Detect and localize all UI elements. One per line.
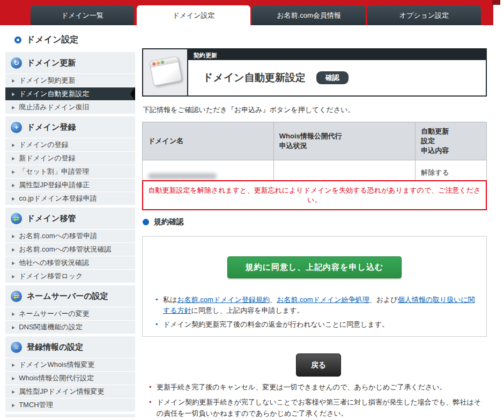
- window-titlebar: [150, 56, 178, 68]
- sidebar-next-section-stub: [5, 414, 135, 417]
- sidebar-item-tmch[interactable]: ▶ TMCH管理: [5, 398, 135, 411]
- triangle-bullet-icon: ▶: [12, 105, 15, 110]
- sidebar-item-label: 新ドメインの登録: [19, 153, 76, 163]
- tab-member-info[interactable]: お名前.com会員情報: [252, 5, 366, 25]
- sidebar-item-label: ドメイン移管ロック: [19, 271, 83, 281]
- sidebar-item-whois-change[interactable]: ▶ ドメインWhois情報変更: [5, 358, 135, 371]
- domain-name-redacted: [148, 173, 217, 179]
- column-whois-privacy-status: Whois情報公開代行 申込状況: [273, 122, 415, 160]
- sidebar-item-label: ネームサーバーの変更: [19, 309, 90, 319]
- agreement-text: 、および: [369, 296, 398, 304]
- cutoff-chrome-fragment: [492, 0, 500, 5]
- sidebar-item-contract-renewal[interactable]: ▶ ドメイン契約更新: [5, 73, 135, 87]
- dispute-policy-link[interactable]: お名前.comドメイン紛争処理: [277, 296, 369, 304]
- triangle-bullet-icon: ▶: [12, 325, 15, 330]
- agreement-text: 、: [270, 296, 277, 304]
- sidebar-item-label: co.jpドメイン本登録申請: [19, 194, 97, 203]
- sidebar-item-restore-abolished-domain[interactable]: ▶ 廃止済みドメイン復旧: [5, 100, 135, 114]
- content-header-right: 契約更新 ドメイン自動更新設定 確認: [188, 49, 486, 95]
- category-label: 契約更新: [188, 49, 486, 60]
- terms-heading-label: 規約確認: [154, 217, 184, 227]
- sidebar-item-label: お名前.comへの移管申請: [19, 231, 97, 241]
- sidebar-item-domain-registration[interactable]: ▶ ドメインの登録: [5, 138, 135, 151]
- sidebar-section-title: ドメイン登録: [27, 122, 76, 132]
- terms-box: 規約に同意し、上記内容を申し込む 私はお名前.comドメイン登録規約、お名前.c…: [142, 236, 487, 337]
- column-auto-renew-setting: 自動更新 設定 申込内容: [416, 122, 487, 160]
- sidebar-item-set-discount[interactable]: ▶ 「セット割」申請管理: [5, 165, 135, 178]
- sidebar-item-label: TMCH管理: [19, 400, 53, 410]
- note-liability: ドメイン契約更新手続きが完了しないことでお客様や第三者に対し損害が発生した場合で…: [149, 397, 485, 419]
- tab-domain-settings[interactable]: ドメイン設定: [137, 5, 250, 25]
- sidebar-section-title: ドメイン更新: [27, 58, 76, 68]
- sidebar-section-title: ネームサーバーの設定: [27, 291, 108, 301]
- ring-icon: [14, 36, 21, 43]
- sidebar-item-whois-privacy[interactable]: ▶ Whois情報公開代行設定: [5, 371, 135, 385]
- sidebar-item-label: ドメイン自動更新設定: [19, 89, 89, 99]
- triangle-bullet-icon: ▶: [12, 183, 15, 188]
- window-icon-cell: [143, 49, 188, 95]
- triangle-bullet-icon: ▶: [12, 196, 15, 201]
- agreement-text: に同意し、上記内容を申請します。: [191, 306, 304, 314]
- content-title: ドメイン自動更新設定: [203, 71, 306, 85]
- sidebar-section-title: 登録情報の設定: [27, 342, 83, 352]
- triangle-bullet-icon: ▶: [12, 143, 15, 148]
- sidebar-section-registration-info: ≡ 登録情報の設定 ▶ ドメインWhois情報変更 ▶ Whois情報公開代行設…: [5, 336, 135, 411]
- sidebar-section-domain-registration: ＋ ドメイン登録 ▶ ドメインの登録 ▶ 新ドメインの登録 ▶ 「セット割」申請…: [5, 116, 135, 205]
- sidebar-section-header: ⇄ ドメイン移管: [5, 208, 135, 229]
- nameserver-icon: ⇄: [11, 291, 22, 302]
- triangle-bullet-icon: ▶: [12, 389, 15, 394]
- instruction-text: 下記情報をご確認いただき『お申込み』ボタンを押してください。: [143, 105, 354, 115]
- back-button[interactable]: 戻る: [296, 353, 341, 377]
- sidebar-item-cojp-registration[interactable]: ▶ co.jpドメイン本登録申請: [5, 191, 135, 205]
- sidebar-item-label: 他社への移管状況確認: [19, 258, 89, 268]
- sidebar-item-transfer-lock[interactable]: ▶ ドメイン移管ロック: [5, 269, 135, 283]
- agree-submit-button[interactable]: 規約に同意し、上記内容を申し込む: [227, 256, 402, 278]
- sidebar-item-new-domain-registration[interactable]: ▶ 新ドメインの登録: [5, 151, 135, 165]
- sidebar-section-title: ドメイン移管: [27, 213, 76, 224]
- triangle-bullet-icon: ▶: [12, 274, 15, 279]
- sidebar: ↻ ドメイン更新 ▶ ドメイン契約更新 ▶ ドメイン自動更新設定 ▶ 廃止済みド…: [5, 52, 135, 417]
- status-badge: 確認: [316, 71, 349, 84]
- sidebar-section-header: ⇄ ネームサーバーの設定: [5, 285, 135, 307]
- page-title: ドメイン設定: [14, 34, 79, 46]
- page-title-label: ドメイン設定: [26, 34, 79, 46]
- registration-terms-link[interactable]: お名前.comドメイン登録規約: [177, 296, 270, 304]
- sidebar-item-jp-application-fix[interactable]: ▶ 属性型JP登録申請修正: [5, 178, 135, 191]
- tab-option-settings[interactable]: オプション設定: [367, 5, 481, 25]
- tab-domain-list[interactable]: ドメイン一覧: [31, 5, 134, 25]
- sidebar-item-auto-renewal-setting[interactable]: ▶ ドメイン自動更新設定: [5, 87, 135, 100]
- sidebar-item-label: 属性型JPドメイン情報変更: [19, 387, 104, 396]
- triangle-bullet-icon: ▶: [12, 376, 15, 381]
- agreement-list: 私はお名前.comドメイン登録規約、お名前.comドメイン紛争処理、および個人情…: [154, 294, 477, 330]
- triangle-bullet-icon: ▶: [12, 78, 15, 83]
- sidebar-section-header: ↻ ドメイン更新: [5, 52, 135, 73]
- browser-window-icon: [149, 56, 182, 86]
- sidebar-item-label: ドメインWhois情報変更: [19, 360, 94, 370]
- agreement-text: 私は: [163, 296, 177, 304]
- note-no-cancel: 更新手続き完了後のキャンセル、変更は一切できませんので、あらかじめご了承ください…: [149, 382, 485, 393]
- triangle-bullet-icon: ▶: [12, 92, 15, 97]
- triangle-bullet-icon: ▶: [12, 312, 15, 316]
- refresh-icon: ↻: [11, 57, 22, 69]
- sidebar-item-nameserver-change[interactable]: ▶ ネームサーバーの変更: [5, 307, 135, 320]
- sidebar-item-transfer-in-apply[interactable]: ▶ お名前.comへの移管申請: [5, 229, 135, 242]
- sidebar-item-transfer-in-status[interactable]: ▶ お名前.comへの移管状況確認: [5, 242, 135, 256]
- sidebar-section-domain-renewal: ↻ ドメイン更新 ▶ ドメイン契約更新 ▶ ドメイン自動更新設定 ▶ 廃止済みド…: [5, 52, 135, 114]
- agreement-item-no-refund: ドメイン契約更新完了後の料金の返金が行われないことに同意します。: [154, 319, 477, 330]
- footer-notes: 更新手続き完了後のキャンセル、変更は一切できませんので、あらかじめご了承ください…: [149, 382, 485, 420]
- agreement-item-terms: 私はお名前.comドメイン登録規約、お名前.comドメイン紛争処理、および個人情…: [154, 294, 477, 316]
- triangle-bullet-icon: ▶: [12, 156, 15, 161]
- warning-message: 自動更新設定を解除されますと、更新忘れによりドメインを失効する恐れがありますので…: [142, 180, 487, 210]
- triangle-bullet-icon: ▶: [12, 363, 15, 367]
- triangle-bullet-icon: ▶: [12, 247, 15, 252]
- sidebar-item-label: お名前.comへの移管状況確認: [19, 245, 111, 254]
- sidebar-item-transfer-out-status[interactable]: ▶ 他社への移管状況確認: [5, 256, 135, 269]
- registration-info-icon: ≡: [11, 342, 22, 353]
- sidebar-item-label: ドメインの登録: [19, 140, 69, 150]
- orange-dot-icon: [156, 61, 160, 65]
- content-title-area: ドメイン自動更新設定 確認: [188, 60, 486, 95]
- sidebar-item-label: 「セット割」申請管理: [19, 167, 89, 176]
- sidebar-item-jp-domain-info-change[interactable]: ▶ 属性型JPドメイン情報変更: [5, 385, 135, 398]
- sidebar-section-header: ≡ 登録情報の設定: [5, 336, 135, 358]
- sidebar-item-dns-functions[interactable]: ▶ DNS関連機能の設定: [5, 320, 135, 334]
